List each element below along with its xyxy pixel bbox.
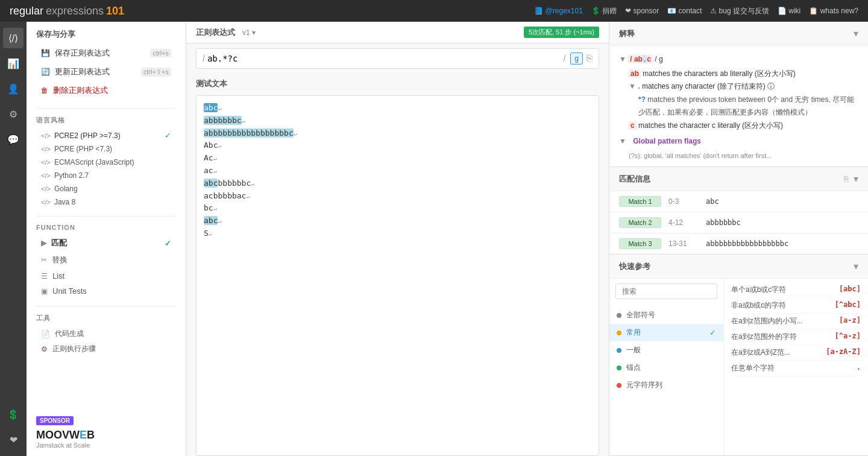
match-badge-3: Match 3: [619, 238, 661, 249]
delete-regex-btn[interactable]: 🗑 删除正则表达式: [36, 82, 176, 99]
lang-code-icon-java: </>: [41, 198, 51, 206]
match-info-collapse-icon: ▾: [854, 173, 858, 185]
save-regex-btn[interactable]: 💾 保存正则表达式 ctrl+s: [36, 45, 176, 62]
explain-title: 解释: [619, 28, 635, 39]
match-pos-1: 0-3: [668, 197, 699, 206]
regex-input[interactable]: [207, 49, 564, 68]
update-icon: 🔄: [41, 68, 50, 76]
explain-dot: ▼ . matches any character (除了行结束符) ⓘ: [619, 80, 858, 93]
qr-entry-6: 任意单个字符 .: [731, 361, 861, 376]
qr-entry-5: 在a到z或A到Z范... [a-zA-Z]: [731, 345, 861, 361]
qr-cat-common[interactable]: 常用 ✓: [609, 324, 723, 341]
sponsor-logo[interactable]: MOOVWEB: [36, 429, 176, 442]
test-text-label: 测试文本: [196, 78, 599, 89]
qr-entry-2: 非a或b或c的字符 [^abc]: [731, 298, 861, 314]
test-text-area[interactable]: abc↵ abbbbbbc↵ abbbbbbbbbbbbbbbbbc↵ Abc↵…: [196, 95, 599, 456]
nav-contact-link[interactable]: 📧 contact: [667, 7, 702, 15]
nav-donate-link[interactable]: 💲 捐赠: [591, 6, 617, 16]
nav-twitter-link[interactable]: 📘 @regex101: [534, 7, 583, 15]
lang-code-icon-python: </>: [41, 172, 51, 179]
lang-code-icon-pcre: </>: [41, 145, 51, 153]
match-info-section: 匹配信息 ⎘ ▾ Match 1 0-3 abc Match 2 4-12 ab…: [609, 167, 868, 255]
lang-check-icon: ✓: [165, 131, 171, 140]
qr-cat-all[interactable]: 全部符号: [609, 306, 723, 324]
lang-pcre[interactable]: </> PCRE (PHP <7.3): [36, 142, 176, 156]
logo[interactable]: regular expressions 101: [10, 5, 124, 17]
test-line: acbbbbbac↵: [204, 190, 591, 203]
iconbar-code[interactable]: ⟨/⟩: [3, 28, 24, 48]
top-nav: regular expressions 101 📘 @regex101 💲 捐赠…: [0, 0, 868, 22]
update-shortcut: ctrl+⇧+s: [141, 68, 171, 77]
iconbar-dollar[interactable]: 💲: [3, 404, 24, 425]
exec-steps-label: 正则执行步骤: [52, 344, 96, 354]
func-replace[interactable]: ✂ 替换: [36, 252, 176, 268]
qr-dot-common: [617, 331, 621, 335]
center-panel: 正则表达式 v1 ▾ 5次匹配, 51 步 (~1ms) / / g ⎘ 测试文…: [186, 22, 609, 456]
qr-entry-4: 在a到z范围外的字符 [^a-z]: [731, 329, 861, 345]
qr-pattern-1: [abc]: [839, 285, 861, 293]
lang-code-icon: </>: [41, 132, 51, 139]
match-row-3: Match 3 13-31 abbbbbbbbbbbbbbbbbc: [609, 233, 868, 254]
iconbar-chat[interactable]: 💬: [3, 129, 24, 150]
match-badge: 5次匹配, 51 步 (~1ms): [524, 27, 599, 38]
codegen-icon: 📄: [41, 330, 50, 338]
iconbar-gear[interactable]: ⚙: [3, 104, 24, 124]
match-info-copy-icon[interactable]: ⎘: [844, 174, 849, 183]
explain-flags: ▼ Global pattern flags: [619, 133, 858, 151]
func-list-icon: ☰: [41, 272, 48, 280]
explain-star: *? matches the previous token between 0个…: [619, 93, 858, 119]
explain-c: c matches the character c literally (区分大…: [619, 119, 858, 133]
flag-g[interactable]: g: [570, 52, 583, 65]
qr-cat-general-label: 一般: [626, 345, 641, 355]
lang-ecma[interactable]: </> ECMAScript (JavaScript): [36, 156, 176, 169]
nav-sponsor-link[interactable]: ❤ sponsor: [625, 7, 659, 15]
tool-exec-steps[interactable]: ⚙ 正则执行步骤: [36, 341, 176, 356]
divider-2: [36, 216, 176, 217]
match-highlight: abc: [204, 179, 218, 188]
match-highlight: abc: [204, 216, 218, 225]
lang-ecma-label: ECMAScript (JavaScript): [54, 158, 134, 166]
qr-cat-general[interactable]: 一般: [609, 341, 723, 359]
test-line: ac↵: [204, 165, 591, 177]
tool-codegen[interactable]: 📄 代码生成: [36, 326, 176, 341]
match-value-3: abbbbbbbbbbbbbbbbbc: [706, 239, 788, 248]
update-regex-btn[interactable]: 🔄 更新正则表达式 ctrl+⇧+s: [36, 63, 176, 80]
qr-desc-5: 在a到z或A到Z范...: [731, 347, 821, 358]
explain-root: ▼ / ab.c / g: [619, 52, 858, 68]
func-unit-tests[interactable]: ▣ Unit Tests: [36, 283, 176, 299]
qr-common-check: ✓: [709, 328, 716, 337]
quick-ref-search-input[interactable]: [615, 283, 717, 299]
qr-dot-charseq: [617, 383, 621, 388]
regex-version[interactable]: v1 ▾: [242, 28, 256, 37]
copy-regex-btn[interactable]: ⎘: [587, 53, 593, 64]
test-line: Abc↵: [204, 139, 591, 152]
func-title: FUNCTION: [36, 224, 176, 231]
regex-suffix: /: [563, 54, 565, 63]
nav-bug-link[interactable]: ⚠ bug 提交与反馈: [710, 6, 769, 16]
func-match[interactable]: ▶ 匹配 ✓: [36, 235, 176, 252]
match-info-header[interactable]: 匹配信息 ⎘ ▾: [609, 167, 868, 191]
func-list[interactable]: ☰ List: [36, 268, 176, 283]
nav-wiki-link[interactable]: 📄 wiki: [778, 7, 800, 15]
lang-pcre2-label: PCRE2 (PHP >=7.3): [54, 131, 121, 140]
explain-header[interactable]: 解释 ▾: [609, 22, 868, 46]
icon-bar: ⟨/⟩ 📊 👤 ⚙ 💬 💲 ❤: [0, 22, 27, 456]
lang-java8-label: Java 8: [54, 198, 75, 206]
lang-python[interactable]: </> Python 2.7: [36, 169, 176, 182]
qr-cat-anchor[interactable]: 锚点: [609, 359, 723, 376]
explain-section: 解释 ▾ ▼ / ab.c / g ab matches the charact…: [609, 22, 868, 167]
func-match-label: 匹配: [51, 238, 67, 249]
qr-cat-charseq[interactable]: 元字符序列: [609, 376, 723, 394]
nav-whats-new-link[interactable]: 📋 whats new?: [809, 7, 858, 15]
right-panel: 解释 ▾ ▼ / ab.c / g ab matches the charact…: [609, 22, 868, 456]
quick-ref-header[interactable]: 快速参考 ▾: [609, 255, 868, 279]
iconbar-user[interactable]: 👤: [3, 78, 24, 99]
match-pos-2: 4-12: [668, 218, 699, 227]
iconbar-chart[interactable]: 📊: [3, 53, 24, 74]
lang-pcre2[interactable]: </> PCRE2 (PHP >=7.3) ✓: [36, 128, 176, 142]
lang-golang[interactable]: </> Golang: [36, 182, 176, 195]
lang-java8[interactable]: </> Java 8: [36, 195, 176, 209]
iconbar-heart[interactable]: ❤: [3, 429, 24, 450]
top-nav-links: 📘 @regex101 💲 捐赠 ❤ sponsor 📧 contact ⚠ b…: [534, 6, 858, 16]
qr-desc-2: 非a或b或c的字符: [731, 300, 830, 311]
